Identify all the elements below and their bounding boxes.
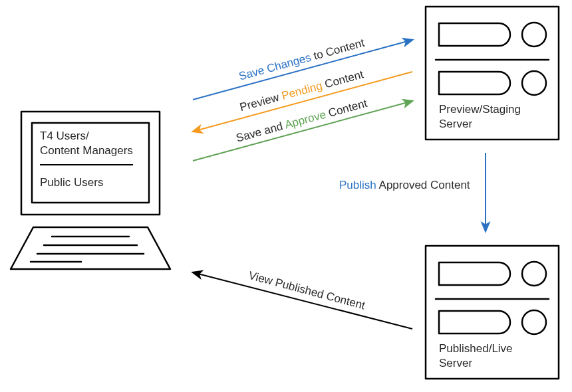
live-server-label-1: Published/Live: [439, 342, 513, 355]
svg-marker-2: [11, 227, 170, 269]
svg-point-9: [522, 23, 546, 47]
svg-point-15: [522, 310, 546, 334]
svg-point-11: [522, 71, 546, 95]
user-computer-icon: [11, 112, 170, 269]
svg-rect-0: [21, 112, 160, 215]
save-approve-arrow: [193, 101, 412, 161]
computer-label-line1: T4 Users/: [40, 130, 89, 142]
preview-server-label-2: Server: [439, 118, 472, 130]
computer-label-line3: Public Users: [40, 176, 103, 189]
computer-label-line2: Content Managers: [40, 144, 133, 157]
publish-label: Publish Approved Content: [339, 179, 470, 191]
view-published-arrow: [193, 272, 412, 329]
preview-server-label-1: Preview/Staging: [439, 103, 521, 116]
live-server-label-2: Server: [439, 357, 472, 369]
svg-point-13: [522, 262, 546, 286]
